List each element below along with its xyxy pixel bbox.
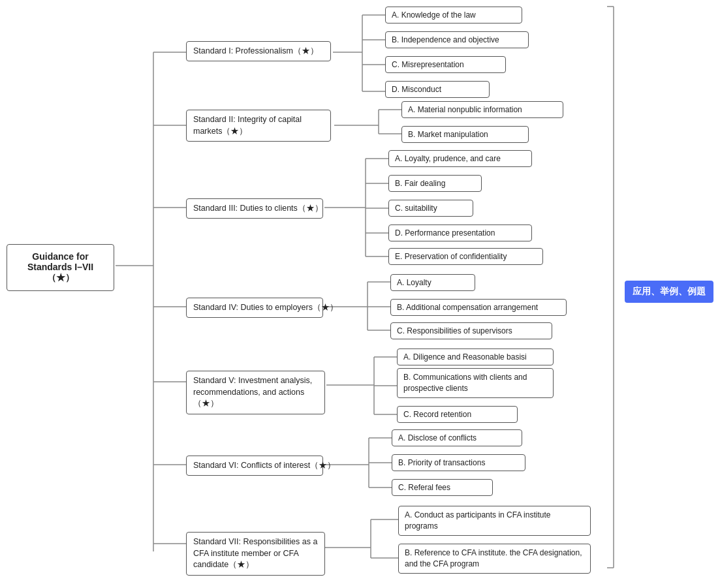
std3-sub-a[interactable]: A. Loyalty, prudence, and care: [388, 150, 532, 167]
std1-sub-b[interactable]: B. Independence and objective: [385, 31, 529, 48]
std5-sub-a[interactable]: A. Diligence and Reasonable basisi: [397, 348, 554, 365]
std3-sub-e[interactable]: E. Preservation of confidentiality: [388, 248, 543, 265]
std1-sub-c[interactable]: C. Misrepresentation: [385, 56, 506, 73]
std7-label: Standard VII: Responsibilities as a CFA …: [193, 537, 317, 569]
std6-sub-a[interactable]: A. Disclose of conflicts: [392, 429, 522, 446]
std5-label: Standard V: Investment analysis, recomme…: [193, 376, 312, 408]
std6-node[interactable]: Standard VI: Conflicts of interest（★）: [186, 456, 323, 476]
std7-node[interactable]: Standard VII: Responsibilities as a CFA …: [186, 532, 325, 576]
std1-node[interactable]: Standard I: Professionalism（★）: [186, 41, 331, 61]
std4-label: Standard IV: Duties to employers（★）: [193, 303, 338, 312]
std4-sub-c[interactable]: C. Responsibilities of supervisors: [390, 322, 552, 339]
std4-sub-b[interactable]: B. Additional compensation arrangement: [390, 299, 567, 316]
std4-node[interactable]: Standard IV: Duties to employers（★）: [186, 298, 323, 318]
side-button[interactable]: 应用、举例、例題: [625, 281, 713, 303]
std3-sub-d[interactable]: D. Performance presentation: [388, 224, 532, 241]
std1-label: Standard I: Professionalism（★）: [193, 46, 319, 55]
std7-sub-a[interactable]: A. Conduct as participants in CFA instit…: [398, 506, 591, 536]
std7-sub-b[interactable]: B. Reference to CFA institute. the CFA d…: [398, 544, 591, 574]
std6-label: Standard VI: Conflicts of interest（★）: [193, 461, 336, 470]
root-node: Guidance for Standards I–VII（★）: [7, 244, 114, 291]
std1-sub-a[interactable]: A. Knowledge of the law: [385, 7, 522, 23]
std4-sub-a[interactable]: A. Loyalty: [390, 274, 475, 291]
page-container: Guidance for Standards I–VII（★） 应用、举例、例題…: [0, 0, 720, 588]
std6-sub-c[interactable]: C. Referal fees: [392, 479, 493, 496]
std6-sub-b[interactable]: B. Priority of transactions: [392, 454, 525, 471]
std2-sub-b[interactable]: B. Market manipulation: [401, 126, 529, 143]
side-button-label: 应用、举例、例題: [633, 286, 706, 296]
std5-node[interactable]: Standard V: Investment analysis, recomme…: [186, 371, 325, 414]
std3-sub-b[interactable]: B. Fair dealing: [388, 175, 482, 192]
std3-node[interactable]: Standard III: Duties to clients（★）: [186, 198, 323, 219]
std2-sub-a[interactable]: A. Material nonpublic information: [401, 101, 563, 118]
root-label: Guidance for Standards I–VII（★）: [27, 251, 93, 283]
std5-sub-b[interactable]: B. Communications with clients and prosp…: [397, 368, 554, 398]
std3-label: Standard III: Duties to clients（★）: [193, 204, 323, 213]
std5-sub-c[interactable]: C. Record retention: [397, 406, 518, 423]
std1-sub-d[interactable]: D. Misconduct: [385, 81, 490, 98]
std2-label: Standard II: Integrity of capital market…: [193, 115, 302, 136]
std2-node[interactable]: Standard II: Integrity of capital market…: [186, 110, 331, 142]
std3-sub-c[interactable]: C. suitability: [388, 200, 473, 217]
connector-lines: [0, 0, 720, 588]
